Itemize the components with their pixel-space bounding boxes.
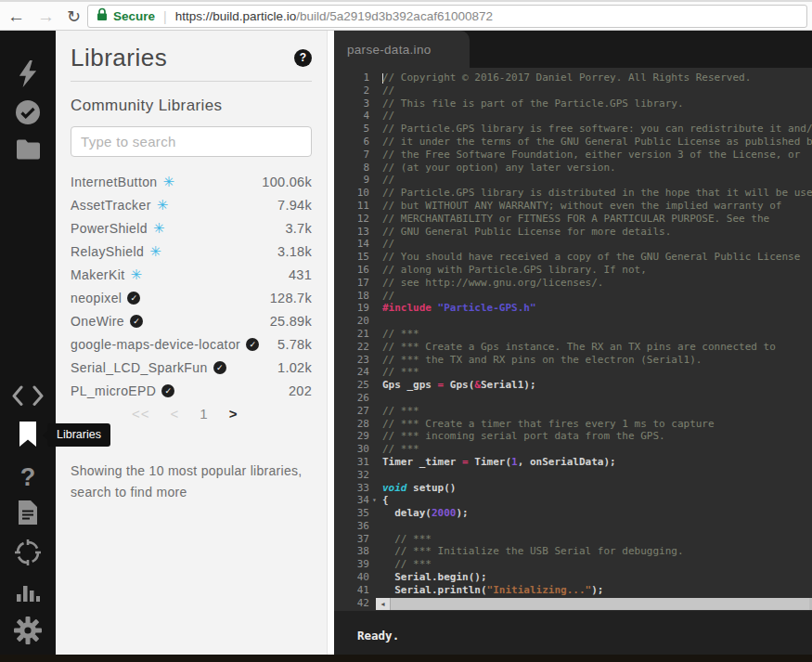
library-row[interactable]: RelayShield✳3.18k [71,243,312,260]
libraries-panel: Libraries ? Community Libraries Internet… [56,31,327,655]
library-list: InternetButton✳100.06kAssetTracker✳7.94k… [71,174,312,399]
line-number: 21 [334,328,369,340]
library-name: OneWire [71,313,124,330]
verified-library-icon: ✓ [127,292,140,305]
line-number: 37 [334,533,369,545]
code-line[interactable]: 19#include "Particle-GPS.h" [334,302,812,315]
line-number: 42 [334,597,369,609]
code-line[interactable]: 37 // *** [334,533,812,546]
settings-button[interactable] [0,616,56,649]
code-line[interactable]: 38 // *** Initialize the USB Serial for … [334,545,812,558]
code-line[interactable]: 33void setup() [334,482,812,495]
code-line[interactable]: 39 // *** [334,558,812,571]
code-line[interactable]: 41 Serial.println("Initializing..."); [334,584,812,597]
code-line[interactable]: 7// the Free Software Foundation, either… [334,149,812,162]
usage-button[interactable] [0,580,56,606]
code-line[interactable]: 8// (at your option) any later version. [334,162,812,175]
code-line[interactable]: 1// Copyright © 2016-2017 Daniel Porrey.… [334,71,812,84]
line-number: 3 [334,97,369,110]
scrollbar-thumb[interactable] [390,598,809,610]
code-line[interactable]: 11// but WITHOUT ANY WARRANTY; without e… [334,200,812,213]
code-line[interactable]: 36 [334,520,812,533]
code-line[interactable]: 31Timer _timer = Timer(1, onSerialData); [334,456,812,469]
library-row[interactable]: google-maps-device-locator✓5.78k [71,336,312,353]
address-bar[interactable]: Secure | https://build.particle.io/build… [87,5,807,28]
code-line[interactable]: 29// *** incoming serial port data from … [334,430,812,443]
code-line[interactable]: 3// This file is part of the Particle.GP… [334,97,812,110]
console-button[interactable] [0,539,56,570]
code-line[interactable]: 28// *** Create a timer that fires every… [334,418,812,431]
library-name: AssetTracker [71,197,151,214]
verified-library-icon: ✓ [130,315,143,328]
panel-help-icon[interactable]: ? [294,49,312,67]
code-line[interactable]: 5// Particle.GPS library is free softwar… [334,123,812,136]
line-number: 24 [334,366,369,378]
official-library-icon: ✳ [130,268,142,281]
help-button[interactable]: ? [0,463,56,492]
code-line[interactable]: 2// [334,84,812,97]
library-search-input[interactable] [71,126,312,157]
files-button[interactable] [0,500,56,529]
flash-button[interactable] [0,60,56,91]
verified-library-icon: ✓ [161,384,174,397]
code-line[interactable]: 35 delay(2000); [334,507,812,520]
code-line[interactable]: 24// *** [334,366,812,379]
library-row[interactable]: InternetButton✳100.06k [71,174,312,190]
code-line[interactable]: 16// along with Particle.GPS library. If… [334,264,812,277]
code-line[interactable]: 22// *** Create a Gps instance. The RX a… [334,341,812,354]
code-button[interactable] [0,385,56,410]
library-row[interactable]: MakerKit✳431 [71,266,312,283]
library-row[interactable]: Serial_LCD_SparkFun✓1.02k [71,359,312,376]
code-line[interactable]: 4// [334,110,812,123]
horizontal-scrollbar[interactable]: ◂ [376,598,812,610]
library-name: neopixel [71,290,122,306]
code-line[interactable]: 32 [334,469,812,482]
code-editor[interactable]: 1// Copyright © 2016-2017 Daniel Porrey.… [334,68,812,611]
library-usage-count: 7.94k [277,197,312,214]
verify-button[interactable] [0,98,56,130]
bottom-edge [0,655,812,662]
pagination: << < 1 > [132,406,312,422]
code-line[interactable]: 13// GNU General Public License for more… [334,226,812,239]
back-button[interactable]: ← [7,7,25,25]
pagination-current-page: 1 [200,406,208,422]
official-library-icon: ✳ [153,222,165,235]
library-row[interactable]: PL_microEPD✓202 [71,383,312,399]
pagination-next[interactable]: > [229,406,238,422]
panel-scrollbar[interactable] [327,31,334,655]
code-line[interactable]: 23// *** the TX and RX pins on the elect… [334,354,812,367]
fold-arrow-icon[interactable]: ▾ [372,496,377,504]
bar-chart-icon [16,590,41,605]
code-line[interactable]: 15// You should have received a copy of … [334,251,812,264]
code-line[interactable]: 10// Particle.GPS library is distributed… [334,187,812,200]
code-line[interactable]: 40 Serial.begin(); [334,571,812,584]
code-line[interactable]: 30// *** [334,443,812,456]
reload-button[interactable]: ↻ [67,8,81,25]
code-line[interactable]: 34▾{ [334,494,812,507]
library-row[interactable]: neopixel✓128.7k [71,290,312,306]
code-line[interactable]: 26 [334,392,812,405]
library-row[interactable]: OneWire✓25.89k [71,313,312,330]
secure-lock-icon [97,7,108,25]
code-line[interactable]: 14// [334,238,812,251]
code-line[interactable]: 6// it under the terms of the GNU Genera… [334,136,812,149]
file-tab[interactable]: parse-data.ino [334,31,470,68]
code-line[interactable]: 17// see http://www.gnu.org/licenses/. [334,277,812,290]
code-line[interactable]: 12// MERCHANTABILITY or FITNESS FOR A PA… [334,213,812,226]
code-line[interactable]: 21// *** [334,328,812,341]
code-line[interactable]: 9// [334,174,812,187]
library-usage-count: 5.78k [277,336,312,353]
divider [71,81,312,82]
library-note: Showing the 10 most popular libraries, s… [71,461,312,503]
scroll-left-arrow-icon[interactable]: ◂ [376,598,390,610]
line-number: 34 [334,494,369,506]
library-usage-count: 202 [289,383,312,399]
code-line[interactable]: 27// *** [334,405,812,418]
library-row[interactable]: PowerShield✳3.7k [71,220,312,237]
line-number: 5 [334,123,369,135]
code-line[interactable]: 18// [334,290,812,303]
code-line[interactable]: 25Gps _gps = Gps(&Serial1); [334,379,812,392]
code-line[interactable]: 20 [334,315,812,328]
save-folder-button[interactable] [0,138,56,163]
library-row[interactable]: AssetTracker✳7.94k [71,197,312,214]
